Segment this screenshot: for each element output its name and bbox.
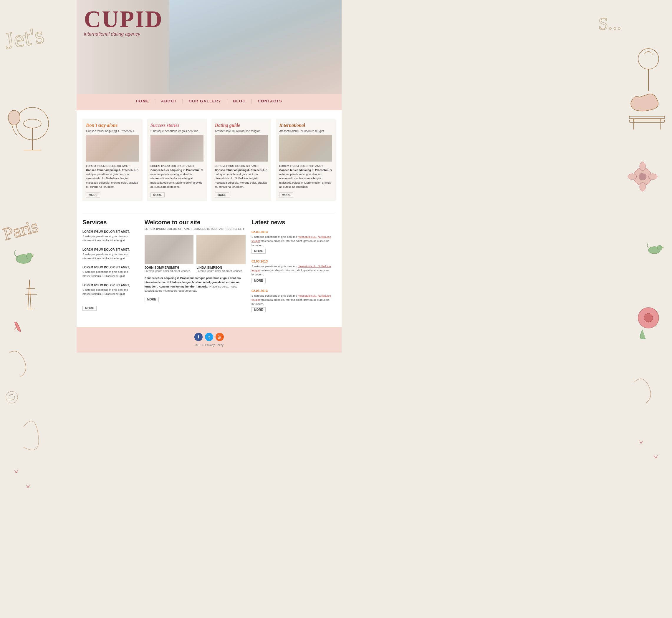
service-3-title: LOREM IPSUM DOLOR SIT AMET, <box>82 266 139 269</box>
col1-more-link[interactable]: MORE <box>86 193 100 197</box>
welcome-section: Welcome to our site LOREM IPSUM DOLOR SI… <box>145 219 246 318</box>
col4-body: LOREM IPSUM DOLOR SIT AMET, Consec tetue… <box>279 164 332 189</box>
col2-image <box>151 135 203 162</box>
svg-text:Paris: Paris <box>1 216 40 244</box>
main-wrapper: CUPID international dating agency HOME |… <box>77 0 342 352</box>
service-2-title: LOREM IPSUM DOLOR SIT AMET, <box>82 248 139 251</box>
svg-point-26 <box>638 308 659 328</box>
hero-section: CUPID international dating agency <box>77 0 342 94</box>
svg-point-5 <box>8 110 20 125</box>
svg-text:S...: S... <box>598 14 621 33</box>
services-more-link[interactable]: MORE <box>82 306 97 311</box>
hero-text-block: CUPID international dating agency <box>84 7 163 37</box>
news-2-date: 02.03.2013 <box>251 260 336 263</box>
col3-image <box>215 135 268 162</box>
column-dont-stay-alone: Don't stay alone Consec tetuer adipicing… <box>82 119 143 201</box>
welcome-subtitle: LOREM IPSUM DOLOR SIT AMET, CONSECTETUER… <box>145 227 246 230</box>
svg-point-18 <box>634 168 651 185</box>
hero-image <box>169 0 342 94</box>
col2-subtitle: S natoque penatibus et gnis dent mo. <box>151 129 203 133</box>
svg-point-24 <box>649 246 660 254</box>
social-links: f t <box>82 333 336 341</box>
john-name: JOHN SOMMERSMITH <box>145 266 194 269</box>
john-role: Loremp ipsum dolor sit amet, consec. <box>145 269 194 273</box>
news-3-date: 02.03.2013 <box>251 289 336 293</box>
welcome-people-grid: JOHN SOMMERSMITH Loremp ipsum dolor sit … <box>145 235 246 273</box>
person-card-linda: LINDA SIMPSON Loremp ipsum dolor sit ame… <box>196 235 246 273</box>
col4-image <box>279 135 332 162</box>
svg-point-10 <box>9 394 15 400</box>
news-item-1: 02.03.2013 S natoque penatibus et gnis d… <box>251 230 336 254</box>
john-photo <box>145 235 194 264</box>
navigation: HOME | ABOUT | OUR GALLERY | BLOG | CONT… <box>77 94 342 110</box>
svg-point-22 <box>628 174 637 180</box>
svg-point-28 <box>218 337 219 339</box>
nav-item-gallery[interactable]: OUR GALLERY <box>183 99 227 103</box>
news-2-more[interactable]: MORE <box>251 278 266 283</box>
svg-point-1 <box>16 107 49 140</box>
service-1-text: S natoque penatibus et gnis dent mo ntes… <box>82 234 139 243</box>
facebook-link[interactable]: f <box>194 333 202 341</box>
col4-more-link[interactable]: MORE <box>279 193 293 197</box>
col1-subtitle: Consec tetuer adipicing it. Praesebul. <box>86 129 139 133</box>
news-1-more[interactable]: MORE <box>251 249 266 254</box>
svg-point-9 <box>6 391 18 403</box>
person-card-john: JOHN SOMMERSMITH Loremp ipsum dolor sit … <box>145 235 194 273</box>
col3-title: Dating guide <box>215 123 268 128</box>
svg-point-2 <box>23 119 41 128</box>
nav-arrow-indicator <box>207 104 212 106</box>
rss-link[interactable] <box>216 333 224 341</box>
site-tagline: international dating agency <box>84 31 163 37</box>
news-item-3: 02.03.2013 S natoque penatibus et gnis d… <box>251 289 336 313</box>
news-title: Latest news <box>251 219 336 226</box>
column-dating-guide: Dating guide Atessetuidiculu. Nulladuice… <box>212 119 271 201</box>
welcome-title: Welcome to our site <box>145 219 246 226</box>
nav-item-contacts[interactable]: CONTACTS <box>252 99 287 103</box>
svg-point-19 <box>639 173 646 180</box>
news-3-more[interactable]: MORE <box>251 307 266 312</box>
services-section: Services LOREM IPSUM DOLOR SIT AMET, S n… <box>82 219 139 318</box>
doodle-right: S... <box>595 0 672 618</box>
col4-title: International <box>279 123 332 128</box>
news-1-date: 02.03.2013 <box>251 230 336 234</box>
svg-point-25 <box>657 245 662 250</box>
bottom-columns: Services LOREM IPSUM DOLOR SIT AMET, S n… <box>82 213 336 318</box>
top-columns: Don't stay alone Consec tetuer adipicing… <box>82 119 336 201</box>
twitter-link[interactable]: t <box>205 333 213 341</box>
svg-point-8 <box>26 253 32 259</box>
news-2-text: S natoque penatibus et gnis dent mo ntes… <box>251 264 336 277</box>
col3-subtitle: Atessetuidiculu. Nulladuice feugiat. <box>215 129 268 133</box>
svg-point-27 <box>644 313 653 322</box>
service-item-2: LOREM IPSUM DOLOR SIT AMET, S natoque pe… <box>82 248 139 261</box>
column-success-stories: Success stories S natoque penatibus et g… <box>147 119 207 201</box>
service-1-title: LOREM IPSUM DOLOR SIT AMET, <box>82 230 139 233</box>
linda-name: LINDA SIMPSON <box>196 266 246 269</box>
nav-item-blog[interactable]: BLOG <box>228 99 251 103</box>
service-item-1: LOREM IPSUM DOLOR SIT AMET, S natoque pe… <box>82 230 139 243</box>
svg-point-12 <box>638 48 659 69</box>
linda-photo <box>196 235 246 264</box>
footer: f t 2013 © Privacy Policy <box>77 327 342 352</box>
col1-title: Don't stay alone <box>86 123 139 128</box>
col3-more-link[interactable]: MORE <box>215 193 229 197</box>
service-item-3: LOREM IPSUM DOLOR SIT AMET, S natoque pe… <box>82 266 139 278</box>
service-4-title: LOREM IPSUM DOLOR SIT AMET, <box>82 284 139 287</box>
col1-body: LOREM IPSUM DOLOR SIT AMET, Consec tetue… <box>86 164 139 189</box>
svg-rect-15 <box>629 120 665 122</box>
svg-point-21 <box>640 183 646 191</box>
svg-point-23 <box>649 174 657 180</box>
service-item-4: LOREM IPSUM DOLOR SIT AMET, S natoque pe… <box>82 284 139 296</box>
col2-body: LOREM IPSUM DOLOR SIT AMET, Consec tetue… <box>151 164 203 189</box>
site-title: CUPID <box>84 7 163 31</box>
welcome-body: Consec tetuer adipicing it. Praesebul na… <box>145 276 246 293</box>
service-3-text: S natoque penatibus et gnis dent mo ntes… <box>82 270 139 278</box>
service-2-text: S natoque penatibus et gnis dent mo ntes… <box>82 252 139 261</box>
nav-item-about[interactable]: ABOUT <box>156 99 182 103</box>
col3-body: LOREM IPSUM DOLOR SIT AMET, Consec tetue… <box>215 164 268 189</box>
news-1-text: S natoque penatibus et gnis dent mo ntes… <box>251 235 336 247</box>
col2-title: Success stories <box>151 123 203 128</box>
svg-point-7 <box>16 254 31 264</box>
nav-item-home[interactable]: HOME <box>131 99 155 103</box>
welcome-more-link[interactable]: MORE <box>145 297 159 302</box>
col2-more-link[interactable]: MORE <box>151 193 165 197</box>
